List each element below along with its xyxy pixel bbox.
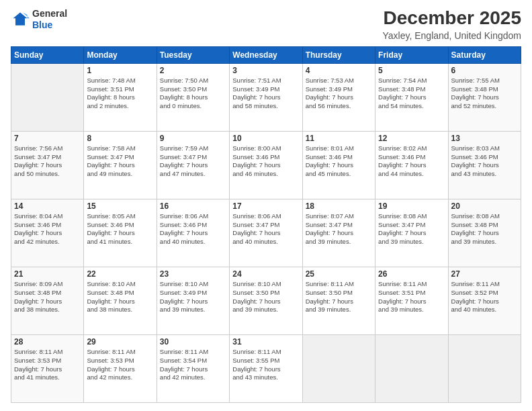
calendar-cell: 24Sunrise: 8:10 AM Sunset: 3:50 PM Dayli… <box>230 267 302 334</box>
day-info: Sunrise: 8:02 AM Sunset: 3:46 PM Dayligh… <box>378 144 445 179</box>
day-info: Sunrise: 8:11 AM Sunset: 3:51 PM Dayligh… <box>378 280 445 314</box>
calendar-cell: 15Sunrise: 8:05 AM Sunset: 3:46 PM Dayli… <box>84 199 157 267</box>
calendar-cell: 6Sunrise: 7:55 AM Sunset: 3:48 PM Daylig… <box>448 63 521 131</box>
day-number: 27 <box>451 269 518 279</box>
calendar-cell: 27Sunrise: 8:11 AM Sunset: 3:52 PM Dayli… <box>448 267 521 334</box>
day-number: 13 <box>451 134 518 143</box>
day-header-friday: Friday <box>375 46 448 63</box>
day-info: Sunrise: 8:01 AM Sunset: 3:46 PM Dayligh… <box>306 144 372 179</box>
calendar-cell: 31Sunrise: 8:11 AM Sunset: 3:55 PM Dayli… <box>230 334 302 402</box>
day-info: Sunrise: 8:11 AM Sunset: 3:54 PM Dayligh… <box>160 348 226 382</box>
day-info: Sunrise: 8:10 AM Sunset: 3:50 PM Dayligh… <box>232 280 299 314</box>
calendar-cell: 11Sunrise: 8:01 AM Sunset: 3:46 PM Dayli… <box>302 131 375 199</box>
day-info: Sunrise: 8:11 AM Sunset: 3:53 PM Dayligh… <box>87 348 153 382</box>
day-info: Sunrise: 7:54 AM Sunset: 3:48 PM Dayligh… <box>378 77 445 111</box>
day-header-sunday: Sunday <box>11 46 84 63</box>
calendar-cell: 19Sunrise: 8:08 AM Sunset: 3:47 PM Dayli… <box>375 199 448 267</box>
day-number: 14 <box>14 201 81 211</box>
main-title: December 2025 <box>383 8 522 29</box>
day-number: 19 <box>378 201 445 211</box>
day-info: Sunrise: 7:58 AM Sunset: 3:47 PM Dayligh… <box>87 144 153 179</box>
day-header-saturday: Saturday <box>448 46 521 63</box>
calendar-cell: 14Sunrise: 8:04 AM Sunset: 3:46 PM Dayli… <box>11 199 84 267</box>
day-number: 11 <box>306 134 372 143</box>
calendar-cell: 30Sunrise: 8:11 AM Sunset: 3:54 PM Dayli… <box>157 334 229 402</box>
day-header-wednesday: Wednesday <box>230 46 302 63</box>
page: General Blue December 2025 Yaxley, Engla… <box>0 0 532 411</box>
calendar-cell: 25Sunrise: 8:11 AM Sunset: 3:50 PM Dayli… <box>302 267 375 334</box>
day-info: Sunrise: 8:06 AM Sunset: 3:46 PM Dayligh… <box>160 212 226 246</box>
calendar-cell: 22Sunrise: 8:10 AM Sunset: 3:48 PM Dayli… <box>84 267 157 334</box>
day-info: Sunrise: 7:50 AM Sunset: 3:50 PM Dayligh… <box>160 77 226 111</box>
calendar-cell: 23Sunrise: 8:10 AM Sunset: 3:49 PM Dayli… <box>157 267 229 334</box>
day-number: 3 <box>232 66 299 75</box>
calendar-cell: 5Sunrise: 7:54 AM Sunset: 3:48 PM Daylig… <box>375 63 448 131</box>
day-info: Sunrise: 8:11 AM Sunset: 3:53 PM Dayligh… <box>14 348 81 382</box>
day-number: 6 <box>451 66 518 75</box>
logo-blue: Blue <box>32 19 52 30</box>
subtitle: Yaxley, England, United Kingdom <box>383 30 522 41</box>
day-info: Sunrise: 8:09 AM Sunset: 3:48 PM Dayligh… <box>14 280 81 314</box>
calendar-table: SundayMondayTuesdayWednesdayThursdayFrid… <box>11 46 521 403</box>
calendar-header-row: SundayMondayTuesdayWednesdayThursdayFrid… <box>11 46 521 63</box>
calendar-cell: 8Sunrise: 7:58 AM Sunset: 3:47 PM Daylig… <box>84 131 157 199</box>
day-number: 20 <box>451 201 518 211</box>
day-info: Sunrise: 8:11 AM Sunset: 3:50 PM Dayligh… <box>306 280 372 314</box>
calendar-cell: 29Sunrise: 8:11 AM Sunset: 3:53 PM Dayli… <box>84 334 157 402</box>
day-number: 15 <box>87 201 153 211</box>
day-number: 26 <box>378 269 445 279</box>
day-number: 29 <box>87 337 153 347</box>
day-number: 31 <box>232 337 299 347</box>
day-number: 24 <box>232 269 299 279</box>
day-info: Sunrise: 8:10 AM Sunset: 3:48 PM Dayligh… <box>87 280 153 314</box>
calendar-week-row: 7Sunrise: 7:56 AM Sunset: 3:47 PM Daylig… <box>11 131 521 199</box>
calendar-week-row: 28Sunrise: 8:11 AM Sunset: 3:53 PM Dayli… <box>11 334 521 402</box>
day-number: 22 <box>87 269 153 279</box>
day-info: Sunrise: 7:55 AM Sunset: 3:48 PM Dayligh… <box>451 77 518 111</box>
day-number: 10 <box>232 134 299 143</box>
calendar-cell: 20Sunrise: 8:08 AM Sunset: 3:48 PM Dayli… <box>448 199 521 267</box>
day-info: Sunrise: 8:03 AM Sunset: 3:46 PM Dayligh… <box>451 144 518 179</box>
calendar-cell: 28Sunrise: 8:11 AM Sunset: 3:53 PM Dayli… <box>11 334 84 402</box>
calendar-cell: 21Sunrise: 8:09 AM Sunset: 3:48 PM Dayli… <box>11 267 84 334</box>
calendar-week-row: 1Sunrise: 7:48 AM Sunset: 3:51 PM Daylig… <box>11 63 521 131</box>
calendar-cell: 1Sunrise: 7:48 AM Sunset: 3:51 PM Daylig… <box>84 63 157 131</box>
logo-icon <box>11 10 30 29</box>
title-block: December 2025 Yaxley, England, United Ki… <box>383 8 522 41</box>
calendar-header: SundayMondayTuesdayWednesdayThursdayFrid… <box>11 46 521 63</box>
calendar-body: 1Sunrise: 7:48 AM Sunset: 3:51 PM Daylig… <box>11 63 521 402</box>
day-number: 5 <box>378 66 445 75</box>
calendar-cell <box>448 334 521 402</box>
calendar-cell: 26Sunrise: 8:11 AM Sunset: 3:51 PM Dayli… <box>375 267 448 334</box>
calendar-cell: 7Sunrise: 7:56 AM Sunset: 3:47 PM Daylig… <box>11 131 84 199</box>
day-header-thursday: Thursday <box>302 46 375 63</box>
calendar-cell: 10Sunrise: 8:00 AM Sunset: 3:46 PM Dayli… <box>230 131 302 199</box>
calendar-cell: 4Sunrise: 7:53 AM Sunset: 3:49 PM Daylig… <box>302 63 375 131</box>
day-number: 4 <box>306 66 372 75</box>
calendar-cell: 17Sunrise: 8:06 AM Sunset: 3:47 PM Dayli… <box>230 199 302 267</box>
logo-text: General Blue <box>32 8 67 31</box>
day-number: 17 <box>232 201 299 211</box>
day-info: Sunrise: 7:59 AM Sunset: 3:47 PM Dayligh… <box>160 144 226 179</box>
day-info: Sunrise: 8:00 AM Sunset: 3:46 PM Dayligh… <box>232 144 299 179</box>
day-info: Sunrise: 7:53 AM Sunset: 3:49 PM Dayligh… <box>306 77 372 111</box>
calendar-cell: 2Sunrise: 7:50 AM Sunset: 3:50 PM Daylig… <box>157 63 229 131</box>
day-number: 12 <box>378 134 445 143</box>
logo: General Blue <box>11 8 67 31</box>
day-number: 25 <box>306 269 372 279</box>
day-header-monday: Monday <box>84 46 157 63</box>
day-number: 1 <box>87 66 153 75</box>
logo-general: General <box>32 8 67 19</box>
day-info: Sunrise: 8:06 AM Sunset: 3:47 PM Dayligh… <box>232 212 299 246</box>
day-info: Sunrise: 8:10 AM Sunset: 3:49 PM Dayligh… <box>160 280 226 314</box>
calendar-cell <box>11 63 84 131</box>
calendar-cell: 12Sunrise: 8:02 AM Sunset: 3:46 PM Dayli… <box>375 131 448 199</box>
day-number: 16 <box>160 201 226 211</box>
day-info: Sunrise: 8:08 AM Sunset: 3:47 PM Dayligh… <box>378 212 445 246</box>
calendar-week-row: 21Sunrise: 8:09 AM Sunset: 3:48 PM Dayli… <box>11 267 521 334</box>
day-number: 8 <box>87 134 153 143</box>
day-header-tuesday: Tuesday <box>157 46 229 63</box>
day-info: Sunrise: 7:48 AM Sunset: 3:51 PM Dayligh… <box>87 77 153 111</box>
day-number: 2 <box>160 66 226 75</box>
day-info: Sunrise: 8:11 AM Sunset: 3:55 PM Dayligh… <box>232 348 299 382</box>
